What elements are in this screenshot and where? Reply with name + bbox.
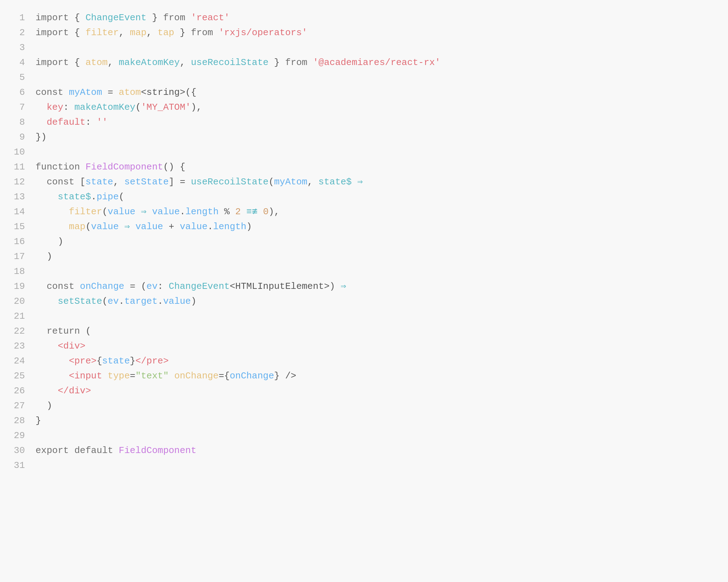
token-plain: } [130,356,135,366]
line-number: 12 [7,175,25,190]
code-line: 5 [0,70,728,85]
line-content: import { atom, makeAtomKey, useRecoilSta… [36,55,721,70]
token-attr: onChange [174,371,219,381]
code-line: 18 [0,264,728,279]
code-line: 29 [0,429,728,443]
token-plain: : [157,281,168,292]
token-fn-yellow: filter [69,206,102,217]
token-fn-yellow: atom [119,87,141,98]
token-plain [135,206,141,217]
token-str: '' [97,117,108,128]
line-number: 30 [7,443,25,458]
line-content: setState(ev.target.value) [36,294,721,309]
token-plain [307,57,313,68]
line-content: ) [36,249,721,264]
token-plain: ) [36,400,52,411]
token-op: ⇒ [124,221,130,232]
token-plain [36,296,58,307]
token-fn-yellow: map [130,27,146,38]
token-plain [36,102,47,113]
code-line: 22 return ( [0,324,728,339]
line-content: import { ChangeEvent } from 'react' [36,11,721,26]
token-var-blue: myAtom [69,87,102,98]
line-number: 9 [7,130,25,145]
token-plain [119,221,124,232]
token-plain: ), [191,102,202,113]
token-op: ≡≢ [246,206,257,217]
token-var-blue: value [163,296,191,307]
code-editor: 1import { ChangeEvent } from 'react'2imp… [0,7,728,477]
token-plain: } [268,57,285,68]
token-plain: . [119,296,124,307]
line-number: 24 [7,354,25,369]
token-fn-blue: pipe [97,192,119,202]
line-number: 29 [7,429,25,443]
token-fn-yellow: filter [85,27,119,38]
token-kw-import: import [36,12,69,23]
token-plain: ( [119,192,124,202]
token-plain [69,445,75,456]
token-plain [213,27,219,38]
line-number: 1 [7,11,25,26]
token-plain: ) [36,236,63,247]
line-number: 6 [7,85,25,100]
token-plain: { [97,356,102,366]
line-content: const onChange = (ev: ChangeEvent<HTMLIn… [36,279,721,294]
line-number: 20 [7,294,25,309]
token-plain [241,206,246,217]
token-plain [36,221,69,232]
token-plain [36,206,69,217]
token-plain: ( [85,221,91,232]
code-line: 25 <input type="text" onChange={onChange… [0,369,728,384]
token-plain: [ [74,177,85,187]
token-var-blue: value [152,206,180,217]
token-tag: </pre> [135,356,169,366]
code-line: 26 </div> [0,384,728,399]
code-line: 4import { atom, makeAtomKey, useRecoilSt… [0,55,728,70]
code-line: 27 ) [0,399,728,414]
token-fn-purple: FieldComponent [119,445,196,456]
token-kw-from: from [191,27,213,38]
token-plain: () { [163,162,185,172]
line-number: 21 [7,309,25,324]
token-plain: , [180,57,191,68]
line-content: <input type="text" onChange={onChange} /… [36,369,721,384]
code-line: 1import { ChangeEvent } from 'react' [0,11,728,26]
line-number: 31 [7,458,25,473]
code-line: 12 const [state, setState] = useRecoilSt… [0,175,728,190]
code-line: 15 map(value ⇒ value + value.length) [0,220,728,235]
token-tag: </div> [58,386,91,396]
token-plain: ( [135,102,141,113]
token-plain: <string>({ [141,87,196,98]
token-fn-teal: makeAtomKey [119,57,180,68]
line-content: </div> [36,384,721,399]
token-var-blue: value [180,221,208,232]
token-var-teal: state$ [318,177,352,187]
token-fn-teal: useRecoilState [191,177,268,187]
token-var-blue: state [102,356,130,366]
token-str: 'react' [191,12,230,23]
token-plain [36,371,69,381]
code-line: 23 <div> [0,339,728,354]
token-op: ⇒ [141,206,146,217]
line-content: } [36,414,721,429]
token-plain: ={ [219,371,230,381]
token-plain [257,206,263,217]
line-content: }) [36,130,721,145]
token-var-blue: setState [124,177,169,187]
token-attr: type [108,371,130,381]
code-line: 13 state$.pipe( [0,190,728,205]
line-content: default: '' [36,115,721,130]
token-fn-yellow: map [69,221,86,232]
code-line: 2import { filter, map, tap } from 'rxjs/… [0,26,728,41]
line-number: 22 [7,324,25,339]
line-number: 10 [7,145,25,160]
code-line: 17 ) [0,249,728,264]
token-plain: = [102,87,119,98]
token-fn-teal: ChangeEvent [85,12,146,23]
token-plain [130,221,135,232]
token-str: '@academiares/react-rx' [313,57,440,68]
token-kw-import: import [36,27,69,38]
token-kw-import: default [74,445,113,456]
code-line: 24 <pre>{state}</pre> [0,354,728,369]
